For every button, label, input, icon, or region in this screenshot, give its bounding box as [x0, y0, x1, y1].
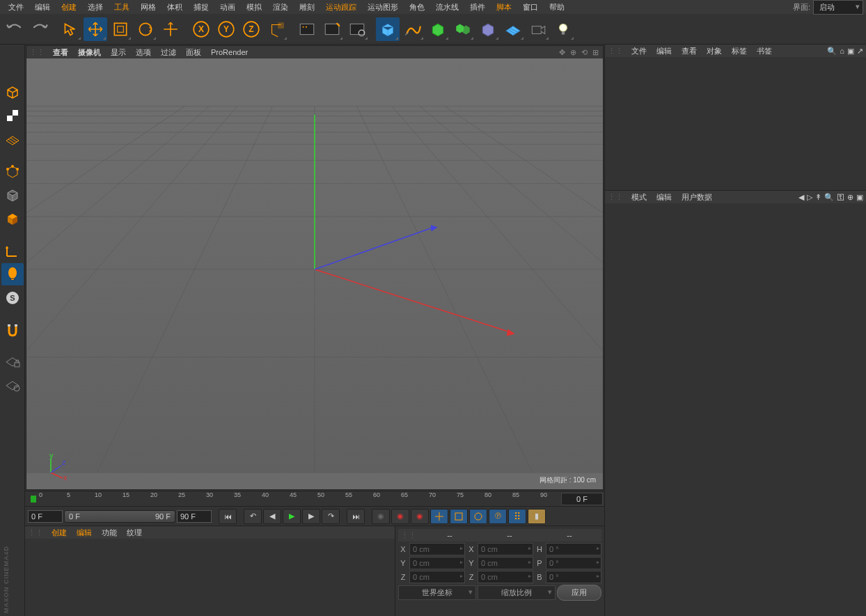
coord-pos-input[interactable]: 0 cm	[409, 571, 465, 583]
y-axis-button[interactable]: Y	[214, 17, 238, 41]
coord-rot-input[interactable]: 0 °	[546, 557, 601, 569]
attr-up-icon[interactable]: ↟	[815, 193, 821, 202]
attr-userdata-menu[interactable]: 用户数据	[677, 191, 716, 203]
next-frame-button[interactable]: ▶	[302, 509, 320, 524]
vp-nav-move-icon[interactable]: ✥	[557, 47, 567, 57]
add-light-button[interactable]	[551, 17, 575, 41]
add-deformer-button[interactable]	[476, 17, 500, 41]
timeline-window-button[interactable]: ▮	[528, 509, 546, 524]
keyframe-sel-button[interactable]: ◉	[411, 509, 429, 524]
coord-system-select[interactable]: 世界坐标	[398, 585, 476, 600]
vp-display-menu[interactable]: 显示	[107, 47, 130, 58]
menu-edit[interactable]: 编辑	[29, 1, 56, 14]
coord-size-input[interactable]: 0 cm	[478, 557, 533, 569]
last-tool-button[interactable]	[159, 17, 182, 41]
mat-texture-menu[interactable]: 纹理	[123, 527, 146, 539]
vp-camera-menu[interactable]: 摄像机	[74, 47, 105, 58]
grip-icon[interactable]: ⋮⋮	[401, 531, 416, 540]
goto-prev-key-button[interactable]: ↶	[244, 509, 262, 524]
key-rot-button[interactable]	[469, 509, 487, 524]
vp-toggle-icon[interactable]: ⊞	[590, 47, 600, 57]
playhead[interactable]	[31, 496, 36, 503]
autokey-button[interactable]: ◉	[391, 509, 409, 524]
add-cube-button[interactable]	[376, 17, 400, 41]
redo-button[interactable]	[28, 17, 52, 41]
add-camera-button[interactable]	[526, 17, 550, 41]
planar-workplane-button[interactable]	[1, 374, 24, 397]
coord-pos-input[interactable]: 0 cm	[409, 543, 465, 555]
obj-tags-menu[interactable]: 标签	[727, 45, 751, 57]
vp-options-menu[interactable]: 选项	[132, 47, 155, 58]
obj-edit-menu[interactable]: 编辑	[652, 45, 676, 57]
obj-home-icon[interactable]: ⌂	[840, 47, 844, 56]
workplane-button[interactable]	[1, 128, 24, 150]
polygon-mode-button[interactable]	[1, 207, 24, 230]
mat-function-menu[interactable]: 功能	[97, 527, 121, 539]
coord-size-input[interactable]: 0 cm	[478, 571, 533, 583]
add-spline-button[interactable]	[401, 17, 425, 41]
attr-mode-menu[interactable]: 模式	[627, 191, 651, 203]
mat-edit-menu[interactable]: 编辑	[72, 527, 96, 539]
frame-start-input[interactable]	[28, 510, 63, 523]
menu-animate[interactable]: 动画	[214, 1, 241, 14]
z-axis-button[interactable]: Z	[239, 17, 263, 41]
menu-select[interactable]: 选择	[82, 1, 109, 14]
add-generator-button[interactable]	[426, 17, 450, 41]
render-picture-button[interactable]	[320, 17, 344, 41]
coord-rot-input[interactable]: 0 °	[546, 543, 601, 555]
vp-panel-menu[interactable]: 面板	[182, 47, 205, 58]
key-pla-button[interactable]: ⠿	[508, 509, 526, 524]
menu-volume[interactable]: 体积	[162, 1, 188, 14]
coord-scale-select[interactable]: 缩放比例	[478, 585, 556, 600]
key-scale-button[interactable]	[450, 509, 468, 524]
obj-search-icon[interactable]: 🔍	[827, 47, 837, 56]
coord-system-button[interactable]	[265, 17, 288, 41]
goto-next-key-button[interactable]: ↷	[322, 509, 340, 524]
render-view-button[interactable]	[295, 17, 319, 41]
menu-mograph[interactable]: 运动图形	[362, 1, 404, 14]
obj-file-menu[interactable]: 文件	[627, 45, 651, 57]
snap-button[interactable]: S	[1, 287, 24, 309]
live-select-button[interactable]	[58, 17, 82, 41]
locked-workplane-button[interactable]	[1, 351, 24, 373]
add-floor-button[interactable]	[501, 17, 525, 41]
vp-view-menu[interactable]: 查看	[49, 47, 72, 58]
menu-tracking[interactable]: 运动跟踪	[320, 1, 362, 14]
attr-edit-menu[interactable]: 编辑	[652, 191, 676, 203]
obj-view-menu[interactable]: 查看	[677, 45, 701, 57]
coord-apply-button[interactable]: 应用	[557, 585, 601, 601]
layout-select[interactable]: 启动	[813, 0, 863, 15]
attr-new-icon[interactable]: ⊕	[847, 193, 853, 202]
texture-mode-button[interactable]	[1, 104, 24, 127]
menu-pipeline[interactable]: 流水线	[430, 1, 464, 14]
vp-prorender-menu[interactable]: ProRender	[207, 47, 252, 57]
coord-rot-input[interactable]: 0 °	[546, 571, 601, 583]
magnet-button[interactable]	[1, 319, 24, 341]
object-mode-button[interactable]	[1, 184, 24, 206]
menu-plugins[interactable]: 插件	[464, 1, 491, 14]
model-mode-button[interactable]	[1, 160, 24, 182]
menu-window[interactable]: 窗口	[517, 1, 544, 14]
move-button[interactable]	[84, 17, 107, 41]
perspective-viewport[interactable]: 透视视图	[26, 58, 603, 489]
key-pos-button[interactable]	[430, 509, 448, 524]
coord-pos-input[interactable]: 0 cm	[409, 557, 465, 569]
menu-file[interactable]: 文件	[3, 1, 29, 14]
menu-simulate[interactable]: 模拟	[241, 1, 267, 14]
obj-bookmarks-menu[interactable]: 书签	[753, 45, 776, 57]
make-editable-button[interactable]	[1, 81, 24, 103]
grip-icon[interactable]: ⋮⋮	[28, 528, 43, 537]
add-array-button[interactable]	[451, 17, 475, 41]
scale-button[interactable]	[109, 17, 132, 41]
grip-icon[interactable]: ⋮⋮	[29, 48, 45, 57]
play-button[interactable]: ▶	[283, 509, 301, 524]
grip-icon[interactable]: ⋮⋮	[608, 193, 623, 202]
menu-sculpt[interactable]: 雕刻	[294, 1, 320, 14]
menu-character[interactable]: 角色	[404, 1, 430, 14]
menu-help[interactable]: 帮助	[544, 1, 570, 14]
attr-back-icon[interactable]: ◀	[798, 193, 804, 202]
menu-snap[interactable]: 捕捉	[188, 1, 214, 14]
undo-button[interactable]	[3, 17, 26, 41]
prev-frame-button[interactable]: ◀	[263, 509, 281, 524]
grip-icon[interactable]: ⋮⋮	[608, 47, 623, 56]
